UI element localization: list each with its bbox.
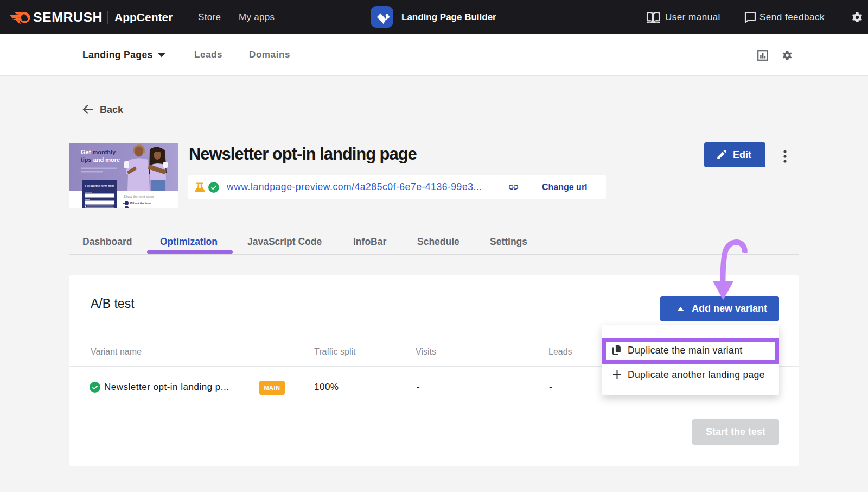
- svg-text:Fill out the form now: Fill out the form now: [85, 184, 114, 187]
- svg-text:tips and more: tips and more: [81, 156, 120, 163]
- svg-text:Get monthly: Get monthly: [81, 149, 116, 155]
- svg-text:Show the next steps: Show the next steps: [124, 194, 154, 198]
- svg-text:Fill out the form: Fill out the form: [130, 201, 151, 205]
